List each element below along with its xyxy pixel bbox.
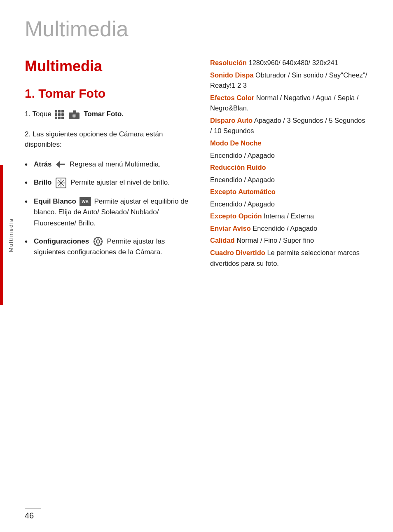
label-resolucion: Resolución: [210, 59, 247, 66]
right-column: Resolución 1280x960/ 640x480/ 320x241 So…: [202, 58, 368, 270]
label-cuadro: Cuadro Divertido: [210, 249, 265, 256]
bullet-bold-config: Configuraciones: [34, 237, 89, 245]
step2-text: 2. Las siguientes opciones de Cámara est…: [25, 129, 189, 150]
bullet-bold-wb: Equil Blanco: [34, 197, 76, 205]
values-calidad: Normal / Fino / Super fino: [235, 237, 314, 244]
right-entries: Resolución 1280x960/ 640x480/ 320x241 So…: [210, 58, 368, 269]
bullet-bold-brillo: Brillo: [34, 178, 51, 186]
entry-noche: Modo De Noche: [210, 138, 368, 149]
bullet-text-atras: Regresa al menú Multimedia.: [70, 160, 161, 168]
entry-resolucion: Resolución 1280x960/ 640x480/ 320x241: [210, 58, 368, 68]
entry-noche-val: Encendido / Apagado: [210, 150, 368, 161]
svg-rect-1: [73, 110, 76, 113]
label-calidad: Calidad: [210, 237, 235, 244]
label-reduccion: Reducción Ruido: [210, 164, 266, 171]
sidebar-wrapper: Multimedia: [0, 165, 16, 305]
page-container: Multimedia Multimedia Multimedia 1. Toma…: [0, 0, 393, 532]
entry-excepto-op: Excepto Opción Interna / Externa: [210, 211, 368, 222]
wb-icon: WB: [80, 197, 91, 206]
list-item: Equil Blanco WB Permite ajustar el equil…: [25, 196, 189, 229]
values-noche: Encendido / Apagado: [210, 152, 275, 159]
entry-disparo: Disparo Auto Apagado / 3 Segundos / 5 Se…: [210, 115, 368, 136]
camera-icon: [68, 109, 80, 120]
entry-excepto-auto-val: Encendido / Apagado: [210, 199, 368, 210]
values-enviar: Encendido / Apagado: [251, 225, 317, 232]
bullet-bold-atras: Atrás: [34, 160, 51, 168]
entry-cuadro: Cuadro Divertido Le permite seleccionar …: [210, 248, 368, 269]
grid-icon: [55, 110, 64, 119]
label-enviar: Enviar Aviso: [210, 225, 251, 232]
brightness-icon: [55, 177, 67, 189]
label-noche: Modo De Noche: [210, 139, 262, 147]
svg-point-3: [73, 115, 75, 117]
sidebar-label: Multimedia: [8, 218, 14, 252]
section-title: Multimedia: [25, 58, 189, 75]
list-item: Brillo Permite ajustar el nivel de brill…: [25, 177, 189, 189]
label-efectos: Efectos Color: [210, 94, 254, 101]
label-sonido: Sonido Dispa: [210, 71, 253, 79]
bullet-list: Atrás Regresa al menú Multimedia. Brillo: [25, 159, 189, 258]
back-icon: [55, 160, 66, 169]
entry-calidad: Calidad Normal / Fino / Super fino: [210, 235, 368, 246]
list-item: Configuraciones Permite aj: [25, 236, 189, 258]
page-main-title: Multimedia: [25, 16, 368, 41]
entry-excepto-auto: Excepto Automático: [210, 187, 368, 197]
sidebar-bar: [0, 165, 3, 305]
values-reduccion: Encendido / Apagado: [210, 176, 275, 183]
entry-enviar: Enviar Aviso Encendido / Apagado: [210, 223, 368, 234]
values-resolucion: 1280x960/ 640x480/ 320x241: [247, 59, 338, 66]
bullet-text-brillo: Permite ajustar el nivel de brillo.: [70, 178, 170, 186]
step1-text: 1. Toque Tomar Foto.: [25, 109, 189, 120]
values-excepto-auto: Encendido / Apagado: [210, 200, 275, 208]
content-area: Multimedia 1. Tomar Foto 1. Toque: [25, 58, 368, 270]
list-item: Atrás Regresa al menú Multimedia.: [25, 159, 189, 170]
entry-reduccion-val: Encendido / Apagado: [210, 175, 368, 185]
subsection-title: 1. Tomar Foto: [25, 87, 189, 101]
values-excepto-op: Interna / Externa: [262, 212, 314, 220]
svg-point-11: [96, 240, 100, 243]
page-number: 46: [25, 508, 41, 521]
label-excepto-op: Excepto Opción: [210, 212, 262, 220]
entry-reduccion: Reducción Ruido: [210, 162, 368, 173]
svg-rect-5: [59, 164, 65, 165]
left-column: Multimedia 1. Tomar Foto 1. Toque: [25, 58, 202, 270]
entry-efectos: Efectos Color Normal / Negativo / Agua /…: [210, 93, 368, 114]
entry-sonido: Sonido Dispa Obturador / Sin sonido / Sa…: [210, 70, 368, 91]
label-excepto-auto: Excepto Automático: [210, 188, 276, 195]
settings-icon: [93, 236, 103, 247]
label-disparo: Disparo Auto: [210, 117, 253, 124]
